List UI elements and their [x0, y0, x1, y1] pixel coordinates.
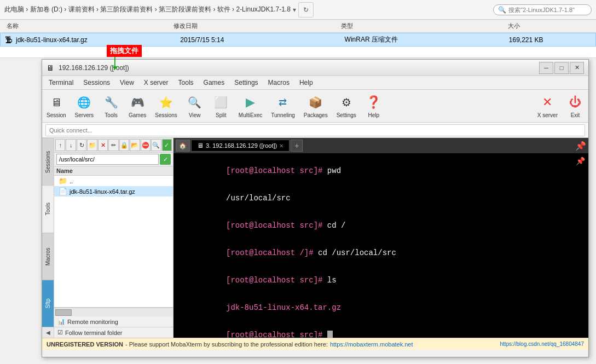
col-type: 类型	[339, 21, 506, 31]
sidebar-tab-tools[interactable]: Tools	[42, 185, 54, 232]
sidebar-tab-macros[interactable]: Macros	[42, 233, 54, 280]
status-unregistered: UNREGISTERED VERSION	[47, 341, 123, 348]
toolbar-multiexec-button[interactable]: ▶ MultiExec	[236, 93, 264, 119]
remote-monitoring-button[interactable]: 📊 Remote monitoring	[54, 316, 173, 327]
col-date: 修改日期	[171, 21, 338, 31]
terminal-cmd: ls	[327, 276, 337, 285]
toolbar-games-label: Games	[129, 112, 146, 118]
sftp-file-name-jdk: jdk-8u51-linux-x64.tar.gz	[70, 188, 135, 195]
menu-help[interactable]: Help	[295, 77, 317, 88]
menu-view[interactable]: View	[115, 77, 138, 88]
help-icon: ❓	[365, 94, 383, 111]
terminal-home-button[interactable]: 🏠	[176, 140, 190, 152]
breadcrumb-item[interactable]: 此电脑	[4, 5, 24, 13]
sftp-newfolder-button[interactable]: 📁	[87, 139, 97, 151]
toolbar-help-button[interactable]: ❓ Help	[363, 93, 385, 119]
sftp-stop-button[interactable]: ⛔	[141, 139, 151, 151]
games-icon: 🎮	[129, 94, 146, 111]
sidebar-tab-sftp[interactable]: Sftp	[42, 280, 54, 327]
terminal-cmd: pwd	[327, 166, 341, 175]
sftp-hscroll[interactable]	[54, 308, 173, 316]
breadcrumb-item[interactable]: 软件	[217, 5, 230, 13]
file-size: 169,221 KB	[509, 36, 591, 44]
dropdown-arrow-icon[interactable]: ▾	[293, 6, 296, 14]
sidebar-collapse-button[interactable]: ◀	[42, 327, 54, 338]
breadcrumb-item[interactable]: 新加卷 (D:)	[30, 5, 62, 13]
menu-settings[interactable]: Settings	[230, 77, 262, 88]
toolbar-sessions-button[interactable]: ⭐ Sessions	[153, 93, 180, 119]
breadcrumb-item[interactable]: 课前资料	[68, 5, 95, 13]
sidebar-tab-sessions[interactable]: Sessions	[42, 138, 54, 185]
explorer-bar: 此电脑 › 新加卷 (D:) › 课前资料 › 第三阶段课前资料 › 第三阶段课…	[0, 0, 596, 20]
sftp-upload-button[interactable]: ↑	[55, 139, 65, 151]
sftp-search-button[interactable]: 🔍	[151, 139, 161, 151]
breadcrumb-item[interactable]: 2-LinuxJDK1.7-1.8	[236, 5, 290, 13]
toolbar-games-button[interactable]: 🎮 Games	[126, 93, 148, 119]
toolbar-exit-button[interactable]: ⏻ Exit	[564, 93, 586, 119]
terminal-tab-label: 3. 192.168.126.129 ([root])	[206, 142, 277, 149]
sftp-rename-button[interactable]: ✏	[108, 139, 118, 151]
toolbar-xserver-button[interactable]: ✕ X server	[535, 93, 560, 119]
terminal-tab-add-button[interactable]: +	[291, 140, 303, 152]
terminal-line-3: [root@localhost src]# cd /	[180, 212, 582, 239]
toolbar-settings-button[interactable]: ⚙ Settings	[334, 93, 358, 119]
refresh-button[interactable]: ↻	[298, 2, 314, 18]
status-link[interactable]: https://mobaxterm.mobatek.net	[330, 341, 413, 348]
close-button[interactable]: ✕	[570, 62, 584, 74]
sftp-path-ok-button[interactable]: ✓	[160, 154, 171, 165]
split-icon: ⬜	[212, 94, 230, 111]
status-right-link[interactable]: https://blog.csdn.net/qq_16804847	[500, 341, 584, 347]
sftp-delete-button[interactable]: ✕	[98, 139, 108, 151]
follow-terminal-folder-label: Follow terminal folder	[65, 330, 123, 336]
follow-terminal-folder-button[interactable]: ☑ Follow terminal folder	[54, 327, 173, 338]
file-row[interactable]: 🗜 jdk-8u51-linux-x64.tar.gz 2015/7/15 5:…	[0, 33, 596, 47]
toolbar-tunneling-button[interactable]: ⇄ Tunneling	[269, 93, 297, 119]
maximize-button[interactable]: □	[554, 62, 569, 74]
menu-xserver[interactable]: X server	[140, 77, 173, 88]
terminal-tab-1[interactable]: 🖥 3. 192.168.126.129 ([root]) ✕	[191, 140, 290, 152]
sftp-file-item-parent[interactable]: 📁 ..	[54, 176, 173, 186]
sftp-refresh-button[interactable]: ↻	[77, 139, 86, 151]
sftp-permissions-button[interactable]: 🔒	[119, 139, 129, 151]
toolbar-servers-button[interactable]: 🌐 Servers	[73, 93, 96, 119]
menu-macros[interactable]: Macros	[264, 77, 294, 88]
menu-sessions[interactable]: Sessions	[79, 77, 114, 88]
remote-monitoring-label: Remote monitoring	[67, 319, 118, 325]
sftp-download-button[interactable]: ↓	[66, 139, 76, 151]
quick-connect-input[interactable]	[45, 124, 585, 136]
minimize-button[interactable]: ─	[539, 62, 553, 74]
terminal-content[interactable]: 📌 [root@localhost src]# pwd /usr/local/s…	[173, 153, 588, 338]
toolbar-tools-button[interactable]: 🔧 Tools	[100, 93, 122, 119]
breadcrumb-sep: ›	[155, 5, 159, 13]
breadcrumb-item[interactable]: 第三阶段课前资料	[159, 5, 211, 13]
terminal-prompt: [root@localhost src]#	[226, 166, 327, 175]
sftp-file-item-jdk[interactable]: 📄 jdk-8u51-linux-x64.tar.gz	[54, 186, 173, 197]
terminal-tabs: 🏠 🖥 3. 192.168.126.129 ([root]) ✕ + 📌	[173, 138, 588, 153]
search-box[interactable]: 🔍	[493, 4, 592, 15]
file-name: jdk-8u51-linux-x64.tar.gz	[16, 36, 180, 44]
terminal-prompt: [root@localhost src]#	[226, 221, 327, 230]
breadcrumb-item[interactable]: 第三阶段课前资料	[100, 5, 153, 13]
sftp-file-header: Name	[54, 166, 173, 176]
menu-games[interactable]: Games	[199, 77, 229, 88]
tools-icon: 🔧	[102, 94, 120, 111]
hscroll-thumb[interactable]	[55, 309, 72, 316]
terminal-prompt: [root@localhost src]#	[226, 331, 327, 338]
toolbar-servers-label: Servers	[75, 112, 94, 118]
terminal-tab-close-button[interactable]: ✕	[279, 143, 283, 149]
exit-icon: ⏻	[566, 94, 584, 111]
terminal-prompt: [root@localhost /]#	[226, 249, 318, 257]
toolbar-split-button[interactable]: ⬜ Split	[210, 93, 232, 119]
toolbar-session-button[interactable]: 🖥 Session	[44, 93, 68, 119]
terminal-line-6: jdk-8u51-linux-x64.tar.gz	[180, 294, 582, 321]
menu-tools[interactable]: Tools	[174, 77, 198, 88]
quick-connect-bar	[42, 123, 588, 138]
sftp-path-input[interactable]	[56, 154, 159, 165]
search-input[interactable]	[508, 7, 587, 13]
sftp-open-button[interactable]: 📂	[130, 139, 140, 151]
toolbar-view-button[interactable]: 🔍 View	[184, 93, 206, 119]
sftp-bottom: 📊 Remote monitoring ☑ Follow terminal fo…	[54, 307, 173, 338]
menu-terminal[interactable]: Terminal	[44, 77, 78, 88]
toolbar-session-label: Session	[47, 112, 66, 118]
toolbar-packages-button[interactable]: 📦 Packages	[302, 93, 330, 119]
